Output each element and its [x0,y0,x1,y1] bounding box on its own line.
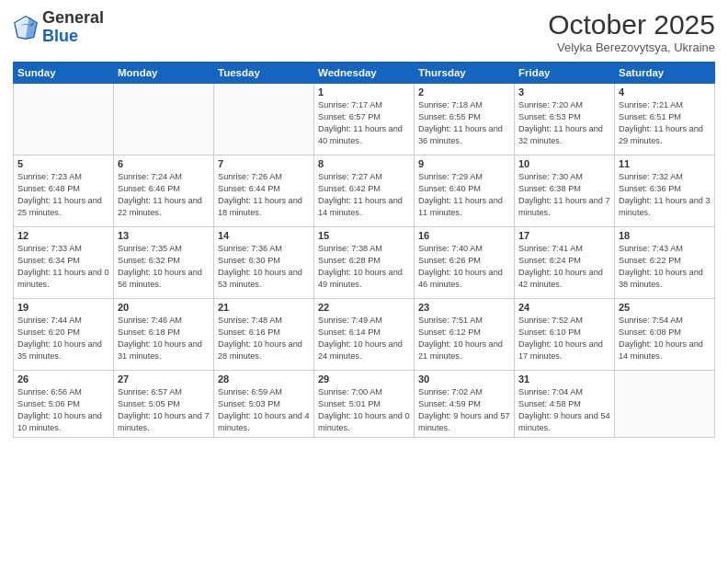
day-info: Sunrise: 7:24 AMSunset: 6:46 PMDaylight:… [118,171,210,219]
day-number: 8 [318,158,410,169]
day-cell: 17Sunrise: 7:41 AMSunset: 6:24 PMDayligh… [515,227,615,299]
day-cell: 27Sunrise: 6:57 AMSunset: 5:05 PMDayligh… [114,371,214,438]
day-number: 11 [619,158,711,169]
day-cell: 3Sunrise: 7:20 AMSunset: 6:53 PMDaylight… [515,84,615,155]
day-cell: 16Sunrise: 7:40 AMSunset: 6:26 PMDayligh… [415,227,515,299]
week-row-0: 1Sunrise: 7:17 AMSunset: 6:57 PMDaylight… [14,84,715,155]
day-info: Sunrise: 7:00 AMSunset: 5:01 PMDaylight:… [318,386,410,434]
day-info: Sunrise: 7:38 AMSunset: 6:28 PMDaylight:… [318,243,410,291]
logo: General Blue [13,9,104,46]
day-info: Sunrise: 7:27 AMSunset: 6:42 PMDaylight:… [318,171,410,219]
day-info: Sunrise: 7:17 AMSunset: 6:57 PMDaylight:… [318,99,410,147]
day-info: Sunrise: 7:43 AMSunset: 6:22 PMDaylight:… [619,243,711,291]
day-number: 17 [518,230,610,241]
day-number: 6 [118,158,210,169]
day-number: 28 [218,373,310,385]
day-number: 16 [418,230,510,241]
day-number: 29 [318,373,410,385]
logo-text: General Blue [42,9,104,46]
calendar-table: SundayMondayTuesdayWednesdayThursdayFrid… [13,62,715,438]
day-cell: 14Sunrise: 7:36 AMSunset: 6:30 PMDayligh… [214,227,314,299]
day-info: Sunrise: 7:23 AMSunset: 6:48 PMDaylight:… [17,171,109,219]
day-number: 24 [518,302,610,313]
day-info: Sunrise: 7:30 AMSunset: 6:38 PMDaylight:… [518,171,610,219]
day-cell [214,84,314,155]
day-info: Sunrise: 7:41 AMSunset: 6:24 PMDaylight:… [518,243,610,291]
day-info: Sunrise: 7:40 AMSunset: 6:26 PMDaylight:… [418,243,510,291]
day-info: Sunrise: 7:46 AMSunset: 6:18 PMDaylight:… [118,315,210,362]
day-info: Sunrise: 7:26 AMSunset: 6:44 PMDaylight:… [218,171,310,219]
day-cell: 7Sunrise: 7:26 AMSunset: 6:44 PMDaylight… [214,155,314,227]
title-block: October 2025 Velyka Berezovytsya, Ukrain… [548,9,715,54]
week-row-2: 12Sunrise: 7:33 AMSunset: 6:34 PMDayligh… [14,227,715,299]
day-info: Sunrise: 7:48 AMSunset: 6:16 PMDaylight:… [218,315,310,362]
day-cell: 29Sunrise: 7:00 AMSunset: 5:01 PMDayligh… [314,371,415,438]
day-info: Sunrise: 7:32 AMSunset: 6:36 PMDaylight:… [619,171,711,219]
day-info: Sunrise: 7:35 AMSunset: 6:32 PMDaylight:… [118,243,210,291]
day-info: Sunrise: 7:20 AMSunset: 6:53 PMDaylight:… [518,99,610,147]
day-header-saturday: Saturday [615,63,715,84]
month-title: October 2025 [548,9,715,40]
day-header-wednesday: Wednesday [314,63,415,84]
day-cell: 25Sunrise: 7:54 AMSunset: 6:08 PMDayligh… [615,299,715,371]
week-row-4: 26Sunrise: 6:56 AMSunset: 5:06 PMDayligh… [14,371,715,438]
day-cell: 4Sunrise: 7:21 AMSunset: 6:51 PMDaylight… [615,84,715,155]
day-info: Sunrise: 7:54 AMSunset: 6:08 PMDaylight:… [619,315,711,362]
week-row-1: 5Sunrise: 7:23 AMSunset: 6:48 PMDaylight… [14,155,715,227]
day-number: 12 [17,230,109,241]
logo-general: General [42,8,104,27]
day-number: 15 [318,230,410,241]
day-cell: 8Sunrise: 7:27 AMSunset: 6:42 PMDaylight… [314,155,415,227]
day-cell [615,371,715,438]
day-header-monday: Monday [114,63,214,84]
page: General Blue October 2025 Velyka Berezov… [0,0,728,563]
day-info: Sunrise: 7:49 AMSunset: 6:14 PMDaylight:… [318,315,410,362]
day-number: 22 [318,302,410,313]
day-number: 20 [118,302,210,313]
day-info: Sunrise: 6:59 AMSunset: 5:03 PMDaylight:… [218,386,310,434]
day-cell [14,84,114,155]
day-number: 26 [17,373,109,385]
day-number: 21 [218,302,310,313]
day-cell: 28Sunrise: 6:59 AMSunset: 5:03 PMDayligh… [214,371,314,438]
day-cell: 30Sunrise: 7:02 AMSunset: 4:59 PMDayligh… [415,371,515,438]
day-number: 10 [518,158,610,169]
day-header-tuesday: Tuesday [214,63,314,84]
day-header-thursday: Thursday [415,63,515,84]
day-cell: 2Sunrise: 7:18 AMSunset: 6:55 PMDaylight… [415,84,515,155]
day-cell: 13Sunrise: 7:35 AMSunset: 6:32 PMDayligh… [114,227,214,299]
day-info: Sunrise: 7:02 AMSunset: 4:59 PMDaylight:… [418,386,510,434]
day-cell: 21Sunrise: 7:48 AMSunset: 6:16 PMDayligh… [214,299,314,371]
day-cell: 10Sunrise: 7:30 AMSunset: 6:38 PMDayligh… [515,155,615,227]
day-cell [114,84,214,155]
day-number: 31 [518,373,610,385]
day-info: Sunrise: 7:51 AMSunset: 6:12 PMDaylight:… [418,315,510,362]
day-number: 14 [218,230,310,241]
day-cell: 26Sunrise: 6:56 AMSunset: 5:06 PMDayligh… [14,371,114,438]
day-info: Sunrise: 7:04 AMSunset: 4:58 PMDaylight:… [518,386,610,434]
day-number: 7 [218,158,310,169]
day-cell: 24Sunrise: 7:52 AMSunset: 6:10 PMDayligh… [515,299,615,371]
day-number: 27 [118,373,210,385]
location-subtitle: Velyka Berezovytsya, Ukraine [548,40,715,54]
day-number: 19 [17,302,109,313]
day-cell: 9Sunrise: 7:29 AMSunset: 6:40 PMDaylight… [415,155,515,227]
week-row-3: 19Sunrise: 7:44 AMSunset: 6:20 PMDayligh… [14,299,715,371]
header-row: SundayMondayTuesdayWednesdayThursdayFrid… [14,63,715,84]
day-info: Sunrise: 6:57 AMSunset: 5:05 PMDaylight:… [118,386,210,434]
day-number: 3 [518,86,610,98]
day-info: Sunrise: 7:33 AMSunset: 6:34 PMDaylight:… [17,243,109,291]
day-number: 1 [318,86,410,98]
day-number: 4 [619,86,711,98]
day-cell: 5Sunrise: 7:23 AMSunset: 6:48 PMDaylight… [14,155,114,227]
day-info: Sunrise: 7:29 AMSunset: 6:40 PMDaylight:… [418,171,510,219]
day-cell: 19Sunrise: 7:44 AMSunset: 6:20 PMDayligh… [14,299,114,371]
day-cell: 31Sunrise: 7:04 AMSunset: 4:58 PMDayligh… [515,371,615,438]
day-cell: 23Sunrise: 7:51 AMSunset: 6:12 PMDayligh… [415,299,515,371]
logo-blue: Blue [42,27,78,45]
day-cell: 1Sunrise: 7:17 AMSunset: 6:57 PMDaylight… [314,84,415,155]
day-number: 30 [418,373,510,385]
day-number: 5 [17,158,109,169]
day-cell: 20Sunrise: 7:46 AMSunset: 6:18 PMDayligh… [114,299,214,371]
day-info: Sunrise: 7:44 AMSunset: 6:20 PMDaylight:… [17,315,109,362]
